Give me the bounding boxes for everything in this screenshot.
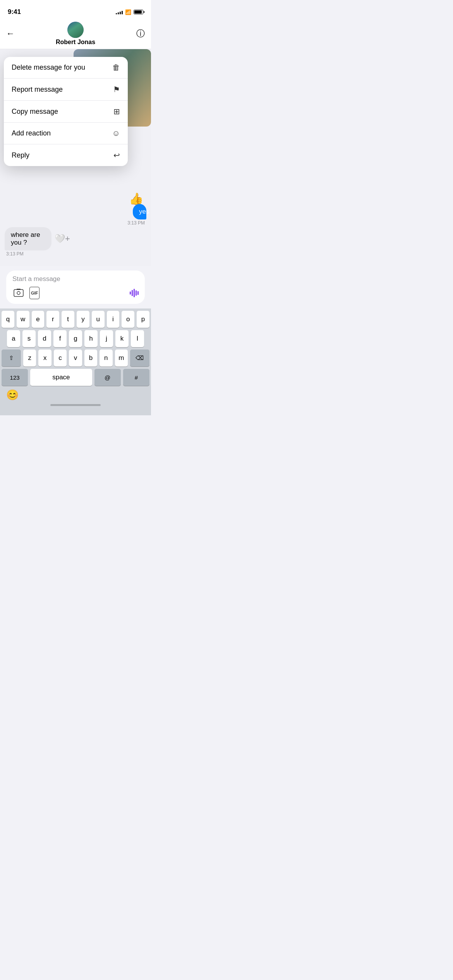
nav-bar: ← Robert Jonas ⓘ xyxy=(0,19,151,49)
copy-icon: ⊞ xyxy=(113,107,120,116)
input-actions: GIF xyxy=(12,287,139,299)
bubble-where: where are you ? xyxy=(5,227,51,250)
delete-key[interactable]: ⌫ xyxy=(130,350,149,367)
keyboard-row-2: a s d f g h j k l xyxy=(0,328,151,347)
home-bar xyxy=(50,404,101,406)
keyboard-emoji-row: 😊 xyxy=(0,386,151,401)
key-o[interactable]: o xyxy=(122,311,134,328)
key-x[interactable]: x xyxy=(38,350,51,367)
menu-item-copy[interactable]: Copy message ⊞ xyxy=(4,101,128,123)
menu-item-reaction-label: Add reaction xyxy=(12,129,51,137)
gif-button[interactable]: GIF xyxy=(29,287,39,299)
message-time-left: 3:13 PM xyxy=(6,251,24,257)
battery-icon xyxy=(134,10,143,14)
thumbs-up-reaction: 👍 xyxy=(129,192,143,206)
reaction-icon: ☺ xyxy=(112,129,120,138)
key-n[interactable]: n xyxy=(100,350,112,367)
space-key[interactable]: space xyxy=(30,369,92,386)
message-row-right: 👍 yes 3:13 PM xyxy=(5,192,146,226)
status-time: 9:41 xyxy=(8,8,21,16)
menu-item-reply-label: Reply xyxy=(12,151,29,159)
key-c[interactable]: c xyxy=(54,350,67,367)
context-menu: Delete message for you 🗑 Report message … xyxy=(4,57,128,166)
key-h[interactable]: h xyxy=(84,330,98,347)
row-with-reaction: where are you ? 🤍+ xyxy=(5,227,83,250)
avatar[interactable] xyxy=(67,22,84,38)
photo-button[interactable] xyxy=(12,287,25,299)
key-t[interactable]: t xyxy=(62,311,74,328)
menu-item-delete[interactable]: Delete message for you 🗑 xyxy=(4,57,128,79)
signal-icon xyxy=(116,10,123,14)
menu-item-report-label: Report message xyxy=(12,86,63,94)
keyboard-row-3: ⇧ z x c v b n m ⌫ xyxy=(0,347,151,367)
key-j[interactable]: j xyxy=(100,330,113,347)
messages-area: 👍 yes 3:13 PM where are you ? 🤍+ 3:13 PM xyxy=(0,192,151,258)
message-time-right: 3:13 PM xyxy=(127,220,145,226)
key-f[interactable]: f xyxy=(53,330,67,347)
key-g[interactable]: g xyxy=(69,330,82,347)
svg-rect-0 xyxy=(14,290,23,296)
message-input-box[interactable]: Start a message GIF xyxy=(6,271,145,304)
message-row-left: where are you ? 🤍+ 3:13 PM xyxy=(5,227,146,257)
key-k[interactable]: k xyxy=(115,330,129,347)
at-key[interactable]: @ xyxy=(94,369,121,386)
report-icon: ⚑ xyxy=(113,85,120,94)
heart-add-icon[interactable]: 🤍+ xyxy=(55,234,70,244)
key-z[interactable]: z xyxy=(23,350,36,367)
emoji-key[interactable]: 😊 xyxy=(6,389,19,401)
key-i[interactable]: i xyxy=(107,311,120,328)
nav-center: Robert Jonas xyxy=(56,22,95,46)
contact-name: Robert Jonas xyxy=(56,39,95,46)
shift-key[interactable]: ⇧ xyxy=(2,350,21,367)
key-d[interactable]: d xyxy=(38,330,51,347)
col-left-bubble: where are you ? 🤍+ 3:13 PM xyxy=(5,227,83,257)
input-area: Start a message GIF xyxy=(0,266,151,308)
status-icons: 📶 xyxy=(116,9,143,15)
key-w[interactable]: w xyxy=(17,311,29,328)
hash-label: # xyxy=(135,374,138,381)
keyboard: q w e r t y u i o p a s d f g h j k l ⇧ … xyxy=(0,308,151,415)
menu-item-report[interactable]: Report message ⚑ xyxy=(4,79,128,101)
keyboard-bottom-row: 123 space @ # xyxy=(0,367,151,386)
reply-icon: ↩ xyxy=(113,151,120,160)
key-p[interactable]: p xyxy=(137,311,149,328)
key-m[interactable]: m xyxy=(115,350,128,367)
menu-item-copy-label: Copy message xyxy=(12,108,58,116)
key-u[interactable]: u xyxy=(92,311,105,328)
delete-icon: 🗑 xyxy=(112,63,120,72)
key-y[interactable]: y xyxy=(77,311,89,328)
back-button[interactable]: ← xyxy=(6,29,22,39)
space-label: space xyxy=(52,373,70,381)
key-q[interactable]: q xyxy=(2,311,14,328)
chat-area: Delete message for you 🗑 Report message … xyxy=(0,49,151,266)
hash-key[interactable]: # xyxy=(123,369,149,386)
menu-item-reaction[interactable]: Add reaction ☺ xyxy=(4,123,128,144)
input-left-icons: GIF xyxy=(12,287,39,299)
status-bar: 9:41 📶 xyxy=(0,0,151,19)
numbers-label: 123 xyxy=(10,374,20,381)
key-r[interactable]: r xyxy=(46,311,59,328)
key-v[interactable]: v xyxy=(69,350,82,367)
wifi-icon: 📶 xyxy=(125,9,131,15)
info-button[interactable]: ⓘ xyxy=(129,28,145,39)
menu-item-delete-label: Delete message for you xyxy=(12,63,85,72)
svg-rect-2 xyxy=(17,289,21,290)
message-placeholder: Start a message xyxy=(12,275,139,283)
menu-item-reply[interactable]: Reply ↩ xyxy=(4,144,128,166)
key-l[interactable]: l xyxy=(131,330,144,347)
key-a[interactable]: a xyxy=(7,330,20,347)
keyboard-row-1: q w e r t y u i o p xyxy=(0,308,151,328)
col-right-bubble: 👍 yes 3:13 PM xyxy=(124,192,146,226)
at-label: @ xyxy=(105,374,110,381)
bubble-yes: yes xyxy=(133,204,146,219)
gif-label: GIF xyxy=(31,291,38,295)
voice-button[interactable] xyxy=(130,289,139,297)
key-b[interactable]: b xyxy=(84,350,97,367)
key-e[interactable]: e xyxy=(32,311,45,328)
numbers-key[interactable]: 123 xyxy=(2,369,28,386)
svg-point-1 xyxy=(17,291,20,295)
home-indicator xyxy=(0,401,151,408)
key-s[interactable]: s xyxy=(22,330,36,347)
